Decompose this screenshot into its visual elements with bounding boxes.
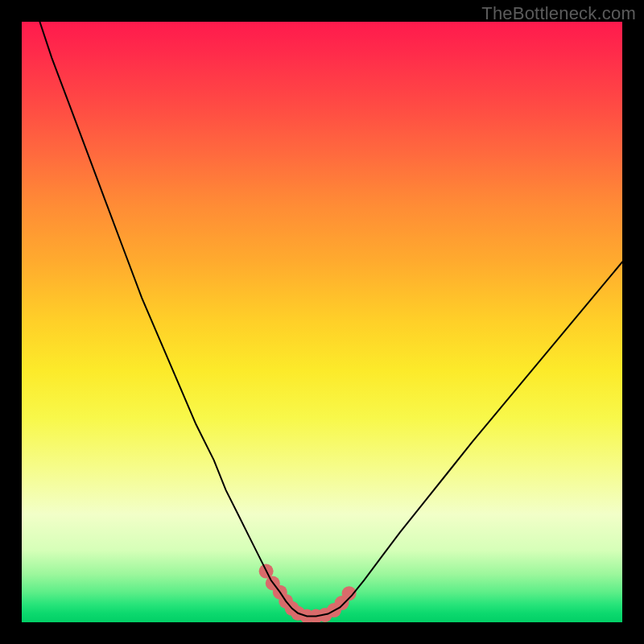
highlight-markers — [259, 564, 357, 622]
chart-frame: TheBottleneck.com — [0, 0, 644, 644]
watermark-text: TheBottleneck.com — [481, 3, 636, 24]
plot-area — [22, 22, 622, 622]
chart-svg — [22, 22, 622, 622]
bottleneck-curve — [39, 22, 622, 617]
